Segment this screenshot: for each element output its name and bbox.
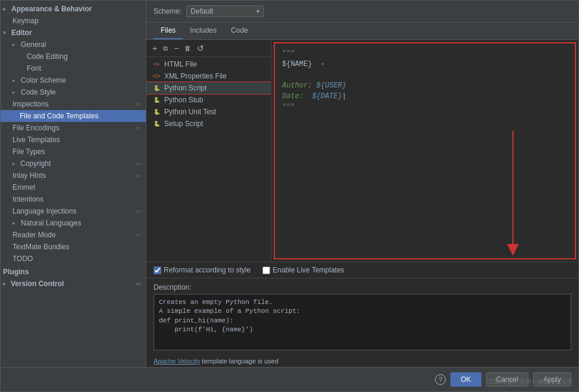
remove-button[interactable]: − [171, 42, 181, 54]
file-item-python-unit-test[interactable]: 🐍 Python Unit Test [146, 106, 271, 118]
code-line-2: ${NAME} - [282, 59, 568, 70]
sidebar-label: Inlay Hints [12, 171, 46, 180]
file-toolbar: + ⧉ − 🗑 ↺ [146, 40, 271, 57]
file-item-label: Python Stub [164, 96, 203, 104]
sidebar-item-file-types[interactable]: File Types [1, 146, 146, 158]
copy-button[interactable]: ⧉ [161, 43, 170, 54]
tabs-bar: Files Includes Code [146, 23, 578, 40]
sidebar-item-font[interactable]: Font [1, 62, 146, 74]
indicator-icon: ▭ [136, 232, 141, 238]
sidebar-item-keymap[interactable]: Keymap [1, 15, 146, 27]
main-content: Scheme: Default Project Files Includes C… [146, 1, 578, 367]
sidebar-item-file-encodings[interactable]: File Encodings ▭ [1, 122, 146, 134]
file-item-python-stub[interactable]: 🐍 Python Stub [146, 94, 271, 106]
bottom-options: Reformat according to style Enable Live … [146, 262, 578, 278]
sidebar-label: Appearance & Behavior [11, 5, 92, 13]
content-area: + ⧉ − 🗑 ↺ <> HTML File </> XML Pro [146, 40, 578, 262]
sidebar-item-file-and-code-templates[interactable]: File and Code Templates [1, 110, 146, 122]
scheme-label: Scheme: [154, 7, 181, 15]
sidebar-label: Inspections [12, 100, 49, 108]
code-line-1: """ [282, 48, 568, 59]
desc-line-5 [159, 335, 566, 344]
sidebar-item-todo[interactable]: TODO [1, 253, 146, 265]
scheme-select[interactable]: Default Project [186, 5, 264, 17]
html-file-icon: <> [152, 60, 161, 68]
sidebar-label: Code Style [21, 88, 56, 96]
velocity-link[interactable]: Apache Velocity [154, 357, 200, 365]
file-item-setup-script[interactable]: 🐍 Setup Script [146, 118, 271, 130]
sidebar-label: File Types [12, 148, 45, 156]
sidebar-item-copyright[interactable]: ▸ Copyright ▭ [1, 158, 146, 170]
file-item-label: HTML File [164, 60, 197, 68]
scheme-bar: Scheme: Default Project [146, 1, 578, 23]
sidebar-item-intentions[interactable]: Intentions [1, 193, 146, 205]
help-button[interactable]: ? [435, 374, 446, 385]
file-item-html[interactable]: <> HTML File [146, 58, 271, 70]
desc-line-3: def print_hi(name): [159, 316, 566, 325]
sidebar-item-inspections[interactable]: Inspections ▭ [1, 98, 146, 110]
python-unit-test-icon: 🐍 [152, 108, 161, 116]
code-line-3 [282, 70, 568, 80]
sidebar-item-editor[interactable]: ▾ Editor [1, 27, 146, 39]
desc-line-6 [159, 344, 566, 350]
ok-button[interactable]: OK [450, 372, 481, 387]
sidebar-item-appearance[interactable]: ▸ Appearance & Behavior [1, 3, 146, 15]
code-editor[interactable]: """ ${NAME} - Author: ${USER} Date: ${DA… [274, 42, 576, 259]
setup-script-icon: 🐍 [152, 120, 161, 128]
description-area: Description: Creates an empty Python fil… [146, 278, 578, 355]
sidebar: ▸ Appearance & Behavior Keymap ▾ Editor … [1, 1, 146, 367]
desc-line-4: print(f'Hi, {name}') [159, 325, 566, 334]
code-line-6: """ [282, 102, 568, 112]
sidebar-item-language-injections[interactable]: Language Injections ▭ [1, 205, 146, 217]
expand-icon: ▸ [12, 89, 18, 95]
expand-icon: ▸ [12, 42, 18, 48]
sidebar-label: Version Control [11, 280, 64, 288]
sidebar-item-code-style[interactable]: ▸ Code Style [1, 86, 146, 98]
watermark: CSDN @不在同一频道上的乐子 [489, 378, 573, 386]
file-item-label: XML Properties File [164, 72, 227, 80]
enable-live-label: Enable Live Templates [273, 266, 345, 274]
enable-live-checkbox[interactable] [262, 266, 270, 274]
tab-includes[interactable]: Includes [183, 23, 224, 39]
reformat-checkbox[interactable] [154, 266, 161, 274]
file-item-label: Python Unit Test [164, 108, 216, 116]
tab-code[interactable]: Code [224, 23, 255, 39]
file-item-label: Python Script [164, 84, 206, 92]
sidebar-label: Natural Languages [21, 219, 81, 227]
revert-button[interactable]: ↺ [195, 42, 206, 54]
sidebar-item-version-control[interactable]: ▸ Version Control ▭ [1, 278, 146, 290]
enable-live-checkbox-label[interactable]: Enable Live Templates [262, 266, 345, 274]
sidebar-item-plugins[interactable]: Plugins [1, 266, 146, 278]
code-line-5: Date: ${DATE}| [282, 91, 568, 102]
file-item-python-script[interactable]: 🐍 Python Script → [146, 82, 271, 94]
code-line-4: Author: ${USER} [282, 80, 568, 91]
sidebar-item-general[interactable]: ▸ General [1, 39, 146, 51]
add-button[interactable]: + [150, 42, 159, 54]
reformat-checkbox-label[interactable]: Reformat according to style [154, 266, 251, 274]
expand-icon: ▸ [3, 6, 9, 12]
sidebar-label: TODO [12, 255, 33, 263]
sidebar-label: Language Injections [12, 207, 76, 215]
delete-button[interactable]: 🗑 [182, 43, 193, 53]
file-item-xml[interactable]: </> XML Properties File [146, 70, 271, 82]
sidebar-label: Color Scheme [21, 76, 66, 84]
expand-icon: ▸ [12, 77, 18, 83]
sidebar-item-code-editing[interactable]: Code Editing [1, 51, 146, 62]
tab-files[interactable]: Files [154, 23, 183, 39]
sidebar-item-inlay-hints[interactable]: Inlay Hints ▭ [1, 170, 146, 181]
sidebar-label: Intentions [12, 195, 43, 203]
sidebar-item-color-scheme[interactable]: ▸ Color Scheme [1, 74, 146, 86]
velocity-note: Apache Velocity template language is use… [146, 355, 578, 367]
sidebar-label: Code Editing [27, 52, 68, 61]
sidebar-label: Font [27, 64, 41, 73]
indicator-icon: ▭ [136, 208, 141, 214]
sidebar-item-emmet[interactable]: Emmet [1, 181, 146, 193]
file-item-label: Setup Script [164, 120, 203, 128]
sidebar-item-natural-languages[interactable]: ▸ Natural Languages [1, 217, 146, 229]
sidebar-label: Plugins [3, 268, 29, 276]
sidebar-item-reader-mode[interactable]: Reader Mode ▭ [1, 229, 146, 241]
sidebar-label: General [21, 40, 46, 49]
indicator-icon: ▭ [136, 173, 141, 178]
sidebar-item-textmate-bundles[interactable]: TextMate Bundles [1, 241, 146, 253]
sidebar-item-live-templates[interactable]: Live Templates [1, 134, 146, 146]
